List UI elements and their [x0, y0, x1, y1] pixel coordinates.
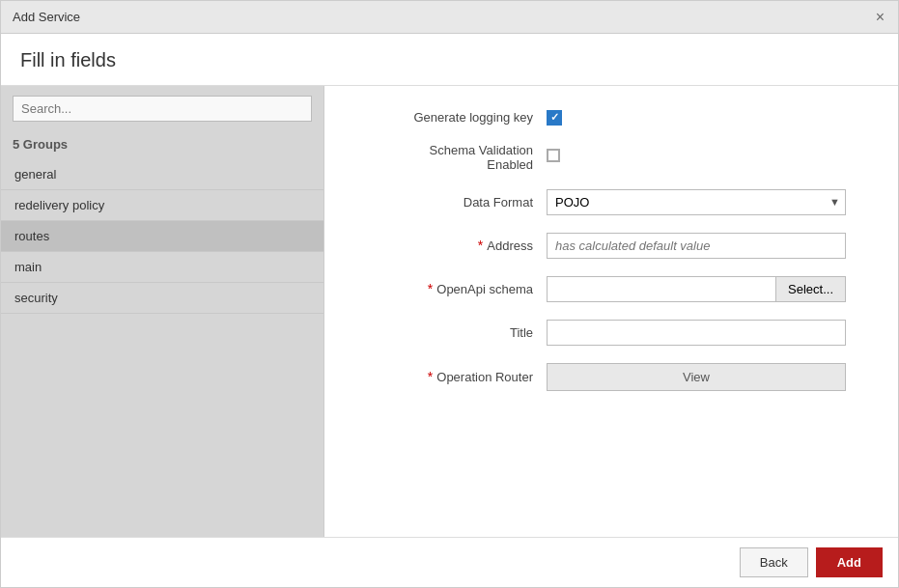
groups-header: 5 Groups: [1, 131, 323, 159]
page-title: Fill in fields: [20, 49, 879, 71]
close-button[interactable]: ×: [874, 10, 886, 25]
required-star-operation: *: [428, 369, 433, 384]
checkmark-icon: ✓: [550, 111, 559, 124]
schema-validation-label: Schema Validation Enabled: [353, 143, 547, 172]
data-format-select[interactable]: POJO JSON XML RAW: [547, 189, 846, 215]
sidebar: 5 Groups general redelivery policy route…: [1, 86, 324, 537]
data-format-control: POJO JSON XML RAW ▼: [547, 189, 869, 215]
search-container: [1, 86, 323, 131]
operation-router-view-button[interactable]: View: [547, 363, 846, 391]
sidebar-item-redelivery-policy[interactable]: redelivery policy: [1, 190, 323, 221]
address-input[interactable]: [547, 233, 846, 259]
openapi-select-button[interactable]: Select...: [775, 276, 846, 302]
operation-router-label: * Operation Router: [353, 369, 547, 384]
schema-validation-checkbox[interactable]: [547, 149, 560, 162]
sidebar-item-main[interactable]: main: [1, 252, 323, 283]
openapi-schema-input[interactable]: [547, 276, 775, 302]
sidebar-item-general[interactable]: general: [1, 159, 323, 190]
sidebar-item-routes[interactable]: routes: [1, 221, 323, 252]
operation-router-control: View: [547, 363, 869, 391]
dialog-footer: Back Add: [1, 537, 898, 587]
operation-router-row: * Operation Router View: [353, 363, 869, 391]
generate-logging-key-label: Generate logging key: [353, 110, 547, 125]
add-button[interactable]: Add: [816, 547, 883, 577]
dialog-header: Fill in fields: [1, 34, 898, 86]
address-control: [547, 233, 869, 259]
back-button[interactable]: Back: [740, 547, 808, 577]
data-format-row: Data Format POJO JSON XML RAW ▼: [353, 189, 869, 215]
main-content: Generate logging key ✓ Schema Validation…: [324, 86, 898, 537]
data-format-select-wrapper: POJO JSON XML RAW ▼: [547, 189, 846, 215]
generate-logging-key-control: ✓: [547, 109, 869, 126]
title-control: [547, 320, 869, 346]
schema-validation-control: [547, 149, 869, 165]
openapi-input-row: Select...: [547, 276, 846, 302]
sidebar-item-security[interactable]: security: [1, 283, 323, 314]
title-input[interactable]: [547, 320, 846, 346]
openapi-schema-row: * OpenApi schema Select...: [353, 276, 869, 302]
dialog-body: 5 Groups general redelivery policy route…: [1, 86, 898, 537]
openapi-schema-label: * OpenApi schema: [353, 281, 547, 296]
title-row: Title: [353, 320, 869, 346]
title-label: Title: [353, 325, 547, 340]
schema-validation-row: Schema Validation Enabled: [353, 143, 869, 172]
required-star-openapi: *: [428, 281, 433, 296]
nav-list: general redelivery policy routes main se…: [1, 159, 323, 537]
dialog-titlebar: Add Service ×: [1, 1, 898, 34]
dialog-title: Add Service: [13, 10, 80, 24]
data-format-label: Data Format: [353, 195, 547, 210]
generate-logging-key-row: Generate logging key ✓: [353, 109, 869, 126]
dialog: Add Service × Fill in fields 5 Groups ge…: [0, 0, 899, 588]
address-row: * Address: [353, 233, 869, 259]
generate-logging-key-checkbox[interactable]: ✓: [547, 110, 562, 126]
address-label: * Address: [353, 238, 547, 253]
search-input[interactable]: [13, 96, 312, 122]
required-star: *: [478, 238, 483, 253]
openapi-schema-control: Select...: [547, 276, 869, 302]
